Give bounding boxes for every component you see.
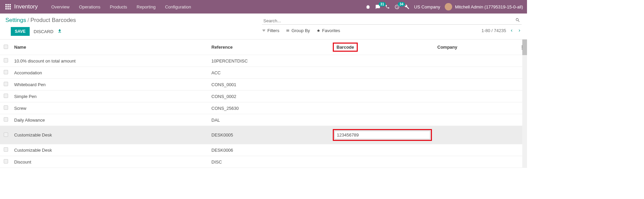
- cell-name[interactable]: Customizable Desk: [11, 144, 209, 156]
- tools-icon[interactable]: [404, 4, 409, 9]
- row-checkbox[interactable]: [4, 159, 8, 164]
- cell-company[interactable]: [435, 156, 517, 168]
- cell-reference[interactable]: DESK0006: [209, 144, 330, 156]
- phone-icon[interactable]: [385, 4, 390, 9]
- cell-reference[interactable]: 10PERCENTDISC: [209, 55, 330, 67]
- table-row[interactable]: ScrewCONS_25630: [0, 102, 527, 114]
- svg-rect-5: [9, 6, 11, 7]
- bug-icon[interactable]: [365, 4, 371, 9]
- cell-barcode[interactable]: [330, 144, 435, 156]
- app-title[interactable]: Inventory: [14, 3, 38, 10]
- search-icon[interactable]: [515, 18, 520, 24]
- table-row[interactable]: Daily AllowanceDAL: [0, 114, 527, 126]
- cell-name[interactable]: Daily Allowance: [11, 114, 209, 126]
- breadcrumb: Settings / Product Barcodes: [5, 17, 76, 24]
- row-checkbox[interactable]: [4, 82, 8, 86]
- table-row[interactable]: Customizable DeskDESK0006: [0, 144, 527, 156]
- table-row[interactable]: Customizable DeskDESK0005: [0, 126, 527, 144]
- cell-reference[interactable]: CONS_25630: [209, 102, 330, 114]
- cell-barcode[interactable]: [330, 91, 435, 102]
- cell-reference[interactable]: ACC: [209, 67, 330, 79]
- svg-rect-6: [5, 8, 7, 9]
- nav-products[interactable]: Products: [105, 4, 132, 9]
- nav-reporting[interactable]: Reporting: [132, 4, 160, 9]
- user-name: Mitchell Admin (17795319-15-0-all): [455, 4, 523, 9]
- col-reference[interactable]: Reference: [209, 40, 330, 55]
- table-row[interactable]: DiscountDISC: [0, 156, 527, 168]
- discard-button[interactable]: DISCARD: [34, 29, 54, 34]
- pager-prev-icon[interactable]: [509, 28, 514, 33]
- cell-reference[interactable]: DAL: [209, 114, 330, 126]
- groupby-button[interactable]: Group By: [286, 28, 310, 33]
- col-barcode[interactable]: Barcode: [330, 40, 435, 55]
- row-checkbox[interactable]: [4, 117, 8, 122]
- col-name[interactable]: Name: [11, 40, 209, 55]
- cell-barcode[interactable]: [330, 102, 435, 114]
- col-company[interactable]: Company: [435, 40, 517, 55]
- cell-company[interactable]: [435, 126, 517, 144]
- cell-reference[interactable]: DISC: [209, 156, 330, 168]
- svg-rect-7: [7, 8, 9, 9]
- cell-name[interactable]: Screw: [11, 102, 209, 114]
- cell-company[interactable]: [435, 91, 517, 102]
- cell-company[interactable]: [435, 55, 517, 67]
- cell-reference[interactable]: DESK0005: [209, 126, 330, 144]
- search-input[interactable]: [263, 18, 515, 23]
- cell-barcode[interactable]: [330, 114, 435, 126]
- breadcrumb-root[interactable]: Settings: [5, 17, 26, 24]
- apps-icon[interactable]: [4, 3, 12, 11]
- svg-rect-2: [9, 4, 11, 5]
- activity-icon[interactable]: 34: [394, 4, 400, 9]
- cell-name[interactable]: Whiteboard Pen: [11, 79, 209, 91]
- nav-overview[interactable]: Overview: [47, 4, 74, 9]
- cell-company[interactable]: [435, 102, 517, 114]
- table-row[interactable]: Whiteboard PenCONS_0001: [0, 79, 527, 91]
- cell-barcode[interactable]: [330, 55, 435, 67]
- barcode-input[interactable]: [334, 131, 430, 139]
- cell-company[interactable]: [435, 114, 517, 126]
- table-row[interactable]: AccomodationACC: [0, 67, 527, 79]
- cell-company[interactable]: [435, 67, 517, 79]
- row-checkbox[interactable]: [4, 94, 8, 98]
- company-switcher[interactable]: US Company: [414, 4, 440, 9]
- cell-reference[interactable]: CONS_0002: [209, 91, 330, 102]
- row-checkbox[interactable]: [4, 105, 8, 110]
- cell-reference[interactable]: CONS_0001: [209, 79, 330, 91]
- cell-name[interactable]: 10.0% discount on total amount: [11, 55, 209, 67]
- cell-name[interactable]: Simple Pen: [11, 91, 209, 102]
- breadcrumb-current: Product Barcodes: [30, 17, 76, 24]
- cell-name[interactable]: Customizable Desk: [11, 126, 209, 144]
- navbar: Inventory Overview Operations Products R…: [0, 0, 527, 14]
- save-button[interactable]: SAVE: [11, 27, 30, 36]
- row-checkbox[interactable]: [4, 132, 8, 137]
- export-icon[interactable]: [57, 29, 62, 34]
- user-menu[interactable]: Mitchell Admin (17795319-15-0-all): [445, 3, 523, 10]
- favorites-button[interactable]: Favorites: [317, 28, 340, 33]
- nav-operations[interactable]: Operations: [74, 4, 105, 9]
- pager-text[interactable]: 1-80 / 74235: [481, 28, 506, 33]
- avatar: [445, 3, 452, 10]
- search-box[interactable]: [262, 17, 522, 25]
- cell-name[interactable]: Accomodation: [11, 67, 209, 79]
- cell-name[interactable]: Discount: [11, 156, 209, 168]
- svg-rect-4: [7, 6, 9, 7]
- filters-button[interactable]: Filters: [262, 28, 279, 33]
- row-checkbox[interactable]: [4, 70, 8, 74]
- nav-configuration[interactable]: Configuration: [160, 4, 196, 9]
- vertical-scrollbar[interactable]: [522, 40, 527, 168]
- pager-next-icon[interactable]: [517, 28, 522, 33]
- table-row[interactable]: 10.0% discount on total amount10PERCENTD…: [0, 55, 527, 67]
- cell-company[interactable]: [435, 144, 517, 156]
- messages-icon[interactable]: 31: [375, 4, 380, 9]
- row-checkbox[interactable]: [4, 58, 8, 63]
- select-all-checkbox[interactable]: [4, 45, 8, 49]
- table-row[interactable]: Simple PenCONS_0002: [0, 91, 527, 102]
- cell-barcode[interactable]: [330, 67, 435, 79]
- row-checkbox[interactable]: [4, 147, 8, 152]
- pager: 1-80 / 74235: [481, 28, 522, 33]
- cell-company[interactable]: [435, 79, 517, 91]
- cell-barcode[interactable]: [330, 126, 435, 144]
- cell-barcode[interactable]: [330, 79, 435, 91]
- product-table: Name Reference Barcode Company ⋮ 10.0% d…: [0, 39, 527, 168]
- cell-barcode[interactable]: [330, 156, 435, 168]
